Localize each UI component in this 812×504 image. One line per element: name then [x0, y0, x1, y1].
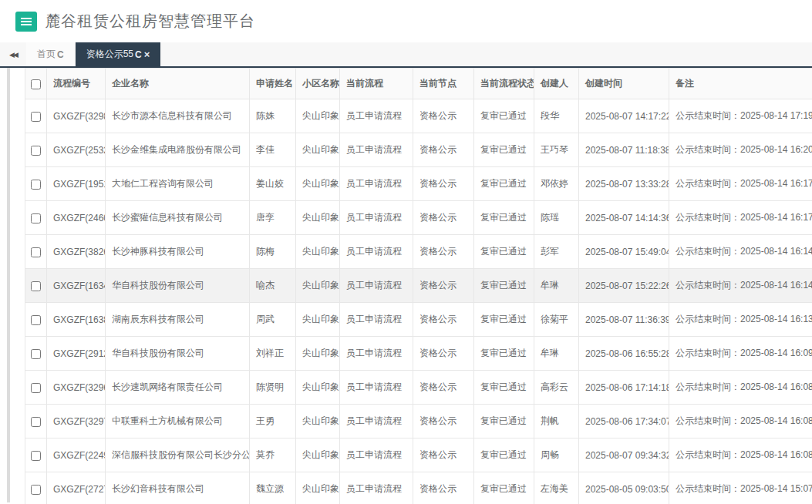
cell-process: 员工申请流程 [340, 269, 413, 303]
select-all-checkbox[interactable] [31, 79, 41, 89]
cell-created-at: 2025-08-07 09:34:32 [579, 438, 669, 472]
cell-node: 资格公示 [413, 337, 474, 371]
cell-creator: 段华 [534, 99, 579, 133]
row-checkbox[interactable] [31, 451, 41, 461]
table-row: GXGZF(3826)长沙神豚科技有限公司陈梅尖山印象员工申请流程资格公示复审已… [25, 235, 812, 269]
row-checkbox[interactable] [31, 180, 41, 190]
cell-node: 资格公示 [413, 235, 474, 269]
row-checkbox[interactable] [31, 281, 41, 291]
table-row: GXGZF(25324)长沙金维集成电路股份有限公司李佳尖山印象员工申请流程资格… [25, 133, 812, 167]
refresh-icon[interactable]: C [135, 49, 142, 60]
row-checkbox-cell [25, 405, 47, 438]
cell-remark: 公示结束时间：2025-08-14 16:09:04 [669, 337, 812, 371]
row-checkbox[interactable] [31, 349, 41, 359]
cell-creator: 彭军 [534, 235, 579, 269]
close-tab-icon[interactable]: × [144, 49, 150, 60]
cell-remark: 公示结束时间：2025-08-14 17:19:22 [669, 99, 812, 133]
content-area: 流程编号 企业名称 申请姓名 小区名称 当前流程 当前节点 当前流程状态 创建人… [0, 68, 812, 502]
cell-node: 资格公示 [413, 438, 474, 472]
cell-process-no: GXGZF(25324) [47, 133, 106, 167]
cell-creator: 邓依婷 [534, 167, 579, 201]
cell-community: 尖山印象 [296, 405, 340, 438]
table-row: GXGZF(32967)长沙速凯网络有限责任公司陈贤明尖山印象员工申请流程资格公… [25, 371, 812, 405]
cell-community: 尖山印象 [296, 269, 340, 303]
cell-status: 复审已通过 [474, 133, 534, 167]
cell-applicant: 陈姝 [250, 99, 296, 133]
cell-applicant: 莫乔 [250, 438, 296, 472]
column-header-community: 小区名称 [296, 69, 340, 99]
cell-creator: 高彩云 [534, 371, 579, 405]
cell-remark: 公示结束时间：2025-08-14 15:07:11 [669, 472, 812, 504]
cell-company: 长沙速凯网络有限责任公司 [106, 371, 250, 405]
cell-remark: 公示结束时间：2025-08-14 16:14:59 [669, 235, 812, 269]
tab-home[interactable]: 首页C [26, 42, 76, 66]
cell-process-no: GXGZF(2912) [47, 337, 106, 371]
row-checkbox[interactable] [31, 417, 41, 427]
cell-creator: 周畅 [534, 438, 579, 472]
row-checkbox[interactable] [31, 315, 41, 325]
cell-node: 资格公示 [413, 405, 474, 438]
hamburger-icon [21, 18, 32, 19]
refresh-icon[interactable]: C [57, 49, 64, 60]
cell-applicant: 周武 [250, 303, 296, 337]
cell-status: 复审已通过 [474, 235, 534, 269]
cell-remark: 公示结束时间：2025-08-14 16:17:04 [669, 201, 812, 235]
cell-company: 深信服科技股份有限公司长沙分公司 [106, 438, 250, 472]
cell-applicant: 刘祥正 [250, 337, 296, 371]
cell-node: 资格公示 [413, 371, 474, 405]
cell-process: 员工申请流程 [340, 201, 413, 235]
cell-process-no: GXGZF(24607) [47, 201, 106, 235]
row-checkbox[interactable] [31, 213, 41, 223]
column-header-process: 当前流程 [340, 69, 413, 99]
cell-status: 复审已通过 [474, 167, 534, 201]
cell-process-no: GXGZF(16384) [47, 303, 106, 337]
cell-company: 华自科技股份有限公司 [106, 269, 250, 303]
cell-created-at: 2025-08-06 16:55:28 [579, 337, 669, 371]
cell-community: 尖山印象 [296, 371, 340, 405]
cell-applicant: 王勇 [250, 405, 296, 438]
app-header: 麓谷租赁公租房智慧管理平台 [0, 0, 812, 42]
cell-process-no: GXGZF(22495) [47, 438, 106, 472]
row-checkbox[interactable] [31, 112, 41, 122]
table-row: GXGZF(32980)长沙市源本信息科技有限公司陈姝尖山印象员工申请流程资格公… [25, 99, 812, 133]
cell-process-no: GXGZF(19511) [47, 167, 106, 201]
cell-applicant: 姜山姣 [250, 167, 296, 201]
cell-status: 复审已通过 [474, 337, 534, 371]
row-checkbox[interactable] [31, 383, 41, 393]
cell-applicant: 李佳 [250, 133, 296, 167]
cell-status: 复审已通过 [474, 99, 534, 133]
cell-remark: 公示结束时间：2025-08-14 16:17:15 [669, 167, 812, 201]
row-checkbox-cell [25, 472, 47, 504]
cell-creator: 荆帆 [534, 405, 579, 438]
collapse-tabs-button[interactable]: ◀◀ [0, 42, 26, 66]
cell-node: 资格公示 [413, 269, 474, 303]
row-checkbox-cell [25, 337, 47, 371]
cell-created-at: 2025-08-07 14:17:22 [579, 99, 669, 133]
cell-remark: 公示结束时间：2025-08-14 16:08:41 [669, 405, 812, 438]
tab-qualification-publicity[interactable]: 资格公示55C× [76, 42, 161, 66]
page-title: 麓谷租赁公租房智慧管理平台 [45, 11, 255, 32]
column-header-node: 当前节点 [413, 69, 474, 99]
cell-company: 长沙蜜獾信息科技有限公司 [106, 201, 250, 235]
row-checkbox[interactable] [31, 247, 41, 257]
cell-process: 员工申请流程 [340, 167, 413, 201]
cell-node: 资格公示 [413, 167, 474, 201]
cell-remark: 公示结束时间：2025-08-14 16:13:42 [669, 303, 812, 337]
cell-created-at: 2025-08-05 09:03:50 [579, 472, 669, 504]
hamburger-menu-button[interactable] [15, 12, 37, 32]
cell-process-no: GXGZF(27278) [47, 472, 106, 504]
cell-community: 尖山印象 [296, 201, 340, 235]
cell-node: 资格公示 [413, 133, 474, 167]
cell-status: 复审已通过 [474, 472, 534, 504]
row-checkbox-cell [25, 167, 47, 201]
cell-creator: 徐菊平 [534, 303, 579, 337]
cell-community: 尖山印象 [296, 133, 340, 167]
cell-status: 复审已通过 [474, 303, 534, 337]
column-header-remark: 备注 [669, 69, 812, 99]
row-checkbox[interactable] [31, 146, 41, 156]
row-checkbox[interactable] [31, 485, 41, 495]
cell-created-at: 2025-08-07 13:33:28 [579, 167, 669, 201]
publicity-table: 流程编号 企业名称 申请姓名 小区名称 当前流程 当前节点 当前流程状态 创建人… [25, 68, 812, 504]
tab-home-label: 首页 [37, 48, 56, 61]
cell-created-at: 2025-08-07 11:36:39 [579, 303, 669, 337]
